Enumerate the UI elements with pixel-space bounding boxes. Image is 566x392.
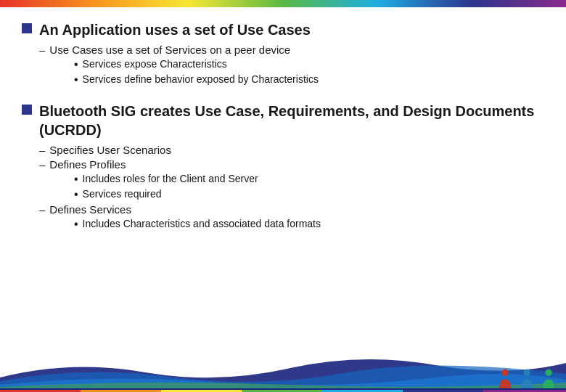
main-content: An Application uses a set of Use Cases U… xyxy=(22,13,544,334)
dash-item-1: Use Cases use a set of Services on a pee… xyxy=(39,44,544,56)
section-2-title-text: Bluetooth SIG creates Use Case, Requirem… xyxy=(39,102,544,139)
section-1-title: An Application uses a set of Use Cases xyxy=(22,20,544,39)
section-1-title-text: An Application uses a set of Use Cases xyxy=(39,20,311,39)
dot-items-2-3: Includes Characteristics and associated … xyxy=(74,218,544,231)
dot-item-1-2: Services define behavior exposed by Char… xyxy=(74,73,544,86)
dash-item-1-text: Use Cases use a set of Services on a pee… xyxy=(49,44,290,56)
svg-point-8 xyxy=(501,369,508,376)
svg-point-9 xyxy=(523,369,530,376)
svg-point-10 xyxy=(545,369,551,376)
person-icon-2 xyxy=(517,368,537,388)
dot-item-1-2-text: Services define behavior exposed by Char… xyxy=(83,73,319,85)
section-2-title: Bluetooth SIG creates Use Case, Requirem… xyxy=(22,102,544,139)
dot-items-2-2: Includes roles for the Client and Server… xyxy=(74,173,544,201)
dash-item-2-1-text: Specifies User Scenarios xyxy=(49,144,171,156)
dot-item-1-1-text: Services expose Characteristics xyxy=(83,58,227,70)
section-2: Bluetooth SIG creates Use Case, Requirem… xyxy=(22,102,544,233)
footer-waves-svg xyxy=(0,338,566,392)
section-2-subitems: Specifies User Scenarios Defines Profile… xyxy=(39,144,544,231)
dash-item-2-2: Defines Profiles xyxy=(39,158,544,171)
bullet-square-icon-2 xyxy=(22,105,32,115)
bullet-square-icon xyxy=(22,23,32,33)
dot-item-2-2-1: Includes roles for the Client and Server xyxy=(74,173,544,186)
dot-item-2-2-2: Services required xyxy=(74,188,544,201)
dot-item-2-3-1-text: Includes Characteristics and associated … xyxy=(83,218,321,229)
dot-item-1-1: Services expose Characteristics xyxy=(74,58,544,71)
person-icon-1 xyxy=(495,368,515,388)
dot-items-1: Services expose Characteristics Services… xyxy=(74,58,544,86)
person-icon-3 xyxy=(538,368,559,388)
dash-item-2-3-text: Defines Services xyxy=(49,203,131,216)
dash-item-2-3: Defines Services xyxy=(39,203,544,216)
dash-item-2-1: Specifies User Scenarios xyxy=(39,144,544,156)
section-1-subitems: Use Cases use a set of Services on a pee… xyxy=(39,44,544,86)
dot-item-2-2-2-text: Services required xyxy=(83,188,162,200)
footer-people xyxy=(495,368,559,388)
section-1: An Application uses a set of Use Cases U… xyxy=(22,20,544,89)
top-rainbow-bar xyxy=(0,0,566,7)
dot-item-2-2-1-text: Includes roles for the Client and Server xyxy=(83,173,258,184)
bottom-footer xyxy=(0,338,566,392)
dash-item-2-2-text: Defines Profiles xyxy=(49,158,126,171)
dot-item-2-3-1: Includes Characteristics and associated … xyxy=(74,218,544,231)
